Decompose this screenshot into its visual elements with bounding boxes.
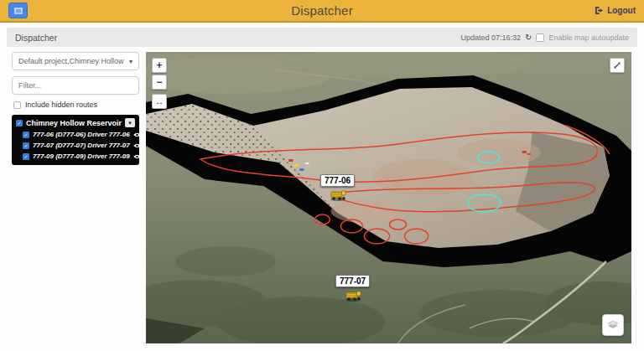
map-canvas: Chimney Hollow Reservoir <box>146 52 631 343</box>
route-checkbox[interactable]: ✓ <box>23 153 29 160</box>
zoom-controls: + − ↔ <box>152 58 167 109</box>
include-hidden-row: Include hidden routes <box>13 101 139 109</box>
include-hidden-checkbox[interactable] <box>13 101 21 109</box>
breadcrumb-bar: Dispatcher Updated 07:16:32 ↻ Enable map… <box>7 28 637 47</box>
map-viewport[interactable]: Chimney Hollow Reservoir <box>146 52 631 343</box>
route-checkbox[interactable]: ✓ <box>23 142 29 149</box>
route-label: 777-09 (D777-09) Driver 777-09 <box>33 152 130 160</box>
zoom-extent-button[interactable]: ↔ <box>152 94 167 109</box>
group-collapse-button[interactable]: ▾ <box>125 118 135 127</box>
include-hidden-label: Include hidden routes <box>25 101 97 109</box>
truck-marker-777-06[interactable]: 777-06 <box>320 174 355 201</box>
group-label: Chimney Hollow Reservoir <box>26 119 122 127</box>
chevron-down-icon: ▾ <box>129 58 132 65</box>
routes-panel: ✓ Chimney Hollow Reservoir ▾ ✓ 777-06 (D… <box>12 115 139 165</box>
autoupdate-label: Enable map autoupdate <box>548 34 629 42</box>
layers-button[interactable] <box>602 314 624 336</box>
page-title: Dispatcher <box>15 33 57 43</box>
visibility-eye-icon[interactable] <box>133 132 141 137</box>
truck-marker-777-07[interactable]: 777-07 <box>335 275 370 302</box>
dump-truck-icon[interactable] <box>329 188 347 201</box>
route-row[interactable]: ✓ 777-09 (D777-09) Driver 777-09 <box>15 151 136 162</box>
visibility-eye-icon[interactable] <box>133 143 141 148</box>
logout-icon <box>595 6 604 15</box>
sidebar: Default project,Chimney Hollow Reservoi.… <box>12 52 139 343</box>
app-title: Dispatcher <box>0 3 644 18</box>
zoom-in-button[interactable]: + <box>152 58 167 73</box>
truck-marker-label[interactable]: 777-07 <box>335 275 370 287</box>
route-row[interactable]: ✓ 777-07 (D777-07) Driver 777-07 <box>15 140 136 151</box>
fullscreen-expand-icon <box>613 61 621 70</box>
route-label: 777-07 (D777-07) Driver 777-07 <box>33 142 130 149</box>
project-select-value: Default project,Chimney Hollow Reservoi.… <box>18 57 126 65</box>
dump-truck-icon[interactable] <box>344 289 362 302</box>
route-row[interactable]: ✓ 777-06 (D777-06) Driver 777-06 <box>15 129 136 140</box>
refresh-icon[interactable]: ↻ <box>525 34 532 42</box>
filter-field-wrap <box>12 76 139 95</box>
route-group-header[interactable]: ✓ Chimney Hollow Reservoir ▾ <box>15 117 136 129</box>
filter-input[interactable] <box>18 81 132 90</box>
truck-marker-label[interactable]: 777-06 <box>320 174 355 187</box>
route-label: 777-06 (D777-06) Driver 777-06 <box>33 131 130 138</box>
top-bar: Dispatcher Logout <box>0 0 644 23</box>
route-checkbox[interactable]: ✓ <box>23 132 29 138</box>
logout-button[interactable]: Logout <box>595 6 636 15</box>
menu-icon <box>14 8 23 14</box>
zoom-out-button[interactable]: − <box>152 75 167 90</box>
fullscreen-button[interactable] <box>610 58 625 73</box>
menu-button[interactable] <box>8 3 28 18</box>
layers-icon <box>606 319 620 331</box>
project-select[interactable]: Default project,Chimney Hollow Reservoi.… <box>12 52 139 70</box>
updated-timestamp: Updated 07:16:32 <box>460 34 521 42</box>
logout-label: Logout <box>607 6 636 15</box>
visibility-eye-icon[interactable] <box>133 154 141 159</box>
autoupdate-checkbox[interactable] <box>536 34 544 42</box>
main-content: Default project,Chimney Hollow Reservoi.… <box>0 52 644 343</box>
group-checkbox[interactable]: ✓ <box>16 120 23 126</box>
